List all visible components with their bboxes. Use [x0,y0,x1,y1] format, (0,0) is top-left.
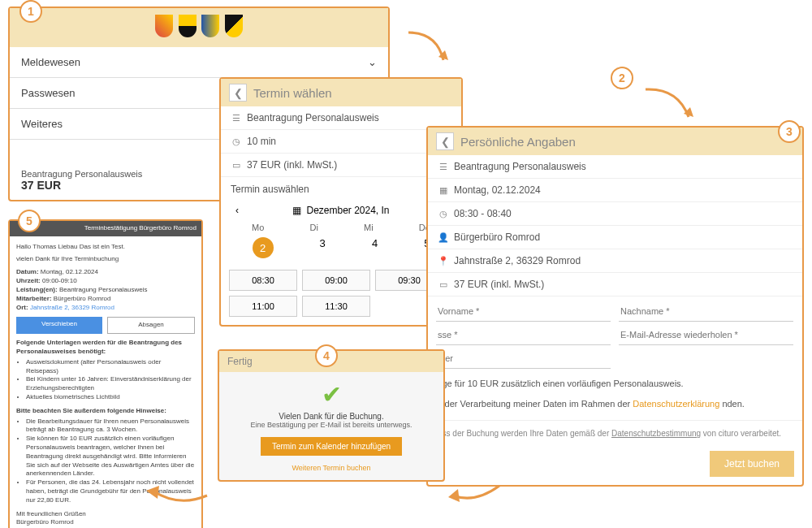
person-icon: 👤 [438,232,448,243]
info-cost: ▭37 EUR (inkl. MwSt.) [221,154,461,177]
time-slots: 08:30 09:00 09:30 11:00 11:30 [221,265,461,325]
nav-label: Weiteres [21,118,63,130]
day-headers: MoDiMiDo [221,219,461,236]
info-duration: ◷10 min [221,130,461,154]
flow-arrow-icon [404,24,453,76]
date-selected[interactable]: 2 [253,237,274,258]
detail-row: Mitarbeiter: Bürgerbüro Romrod [16,295,195,304]
panel-header: ❮ Termin wählen [221,79,461,106]
coat-of-arms-icon [201,15,219,37]
flow-arrow-icon [447,479,503,515]
info-location: 👤Bürgerbüro Romrod [428,226,802,249]
time-slot[interactable]: 11:00 [229,296,297,317]
book-now-button[interactable]: Jetzt buchen [710,451,794,477]
add-to-calendar-button[interactable]: Termin zum Kalender hinzufügen [261,437,402,456]
select-label: Termin auswählen [221,177,461,201]
clock-icon: ◷ [231,136,241,147]
info-service: ☰Beantragung Personalausweis [428,155,802,179]
panel-personal-details: ❮ Persönliche Angaben ☰Beantragung Perso… [426,126,804,487]
info-date: ▦Montag, 02.12.2024 [428,179,802,202]
logo-bar [10,8,388,47]
coat-of-arms-icon [155,15,173,37]
cancel-button[interactable]: Absagen [107,317,195,334]
coat-of-arms-icon [179,15,197,37]
book-another-link[interactable]: Weiteren Termin buchen [227,464,435,472]
docs-heading: Folgende Unterlagen werden für die Beant… [16,339,195,357]
pin-icon: 📍 [438,256,448,266]
address-link[interactable]: Jahnstraße 2, 36329 Romrod [30,304,114,311]
panel-title: Persönliche Angaben [460,135,576,149]
calendar-icon: ▦ [438,185,448,196]
month-nav: ‹ ▦ Dezember 2024, In [221,201,461,219]
email-input[interactable] [436,325,611,345]
info-time: ◷08:30 - 08:40 [428,202,802,226]
coat-of-arms-icon [225,15,243,37]
processing-hint: uss der Buchung werden Ihre Daten gemäß … [428,420,802,446]
date-cell[interactable]: 3 [320,237,326,258]
back-button[interactable]: ❮ [229,84,247,102]
input-group [428,296,802,374]
greeting: Hallo Thomas Liebau Das ist ein Test. [16,243,195,252]
money-icon: ▭ [438,279,448,290]
email-repeat-input[interactable] [619,325,793,345]
step-badge-1: 1 [19,0,42,23]
time-slot[interactable]: 08:30 [229,270,297,291]
nav-label: Passwesen [21,87,75,99]
date-row: 2 3 4 5 [221,236,461,265]
thanks-text: vielen Dank für Ihre Terminbuchung [16,255,195,264]
step-badge-3: 3 [778,120,801,143]
date-cell[interactable]: 4 [372,237,378,258]
reschedule-button[interactable]: Verschieben [16,317,102,334]
flow-arrow-icon [146,479,211,515]
svg-marker-3 [146,486,159,499]
month-label: Dezember 2024, In [306,205,389,216]
prev-month-button[interactable]: ‹ [235,205,239,216]
step-badge-4: 4 [315,344,338,367]
email-sent-text: Eine Bestätigung per E-Mail ist bereits … [227,421,435,429]
step-badge-2: 2 [611,67,633,89]
time-slot[interactable]: 09:00 [302,270,370,291]
step-badge-5: 5 [18,210,41,232]
back-button[interactable]: ❮ [436,132,454,150]
detail-row: Ort: Jahnstraße 2, 36329 Romrod [16,304,195,313]
calendar-icon: ▦ [292,205,301,216]
consent-provisional[interactable]: tige für 10 EUR zusätzlich einen vorläuf… [428,374,802,394]
info-address: 📍Jahnstraße 2, 36329 Romrod [428,249,802,273]
notes-heading: Bitte beachten Sie außerdem folgende Hin… [16,407,195,416]
privacy-link[interactable]: Datenschutzerklärung [633,399,719,409]
detail-row: Datum: Montag, 02.12.2024 [16,268,195,277]
thank-you-text: Vielen Dank für die Buchung. [227,412,435,421]
list-icon: ☰ [231,113,241,123]
clock-icon: ◷ [438,209,448,219]
lastname-input[interactable] [619,301,793,322]
detail-row: Leistung(en): Beantragung Personalauswei… [16,286,195,295]
docs-list: Ausweisdokument (alter Personalausweis o… [26,358,195,402]
panel-done: Fertig ✔ Vielen Dank für die Buchung. Ei… [218,349,445,482]
panel-title: Termin wählen [253,86,332,100]
signoff-name: Bürgerbüro Romrod [16,518,195,527]
list-icon: ☰ [438,162,448,172]
nav-meldewesen[interactable]: Meldewesen⌄ [10,47,388,78]
panel-header: ❮ Persönliche Angaben [428,128,802,155]
phone-input[interactable] [436,348,611,369]
info-service: ☰Beantragung Personalausweis [221,106,461,130]
svg-marker-2 [448,489,460,502]
flow-arrow-icon [641,81,698,133]
checkmark-icon: ✔ [227,380,435,409]
chevron-down-icon: ⌄ [368,56,377,68]
consent-privacy[interactable]: it der Verarbeitung meiner Daten im Rahm… [428,394,802,414]
time-slot[interactable]: 11:30 [302,296,370,317]
firstname-input[interactable] [436,301,611,322]
info-cost: ▭37 EUR (inkl. MwSt.) [428,273,802,296]
nav-label: Meldewesen [21,56,80,68]
money-icon: ▭ [231,160,241,171]
detail-row: Uhrzeit: 09:00-09:10 [16,277,195,286]
